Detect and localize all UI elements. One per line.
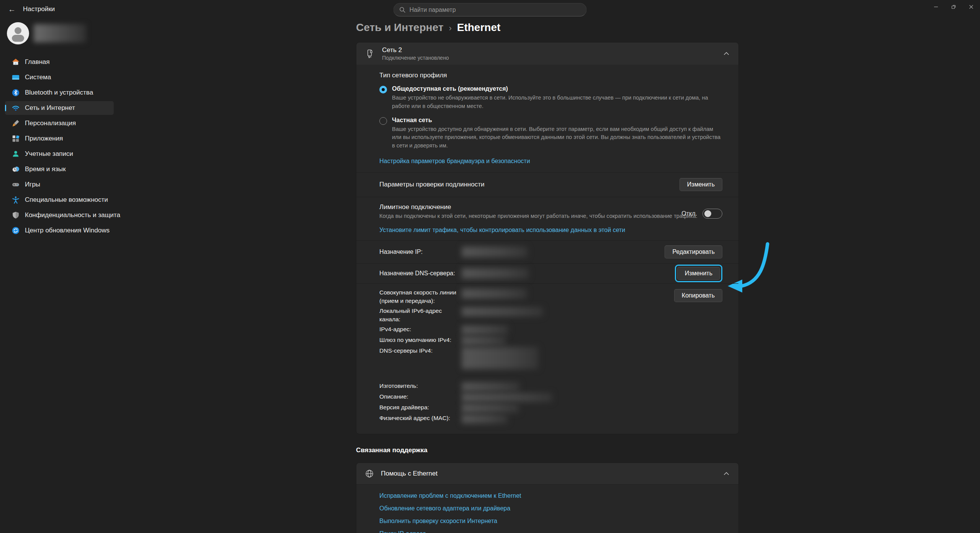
property-row: Изготовитель: bbox=[379, 382, 722, 391]
wifi-icon bbox=[11, 104, 20, 113]
time-language-icon bbox=[11, 165, 20, 174]
support-card: Помощь с Ethernet Исправление проблем с … bbox=[356, 463, 739, 533]
data-limit-link[interactable]: Установите лимит трафика, чтобы контроли… bbox=[379, 227, 625, 234]
accounts-icon bbox=[11, 150, 20, 159]
sidebar-item-games[interactable]: Игры bbox=[5, 178, 114, 191]
support-card-header[interactable]: Помощь с Ethernet bbox=[356, 463, 738, 484]
radio-private-label[interactable]: Частная сеть bbox=[392, 117, 722, 124]
property-value-redacted bbox=[462, 414, 508, 423]
metered-toggle[interactable] bbox=[702, 209, 722, 219]
sidebar-item-accessibility[interactable]: Специальные возможности bbox=[5, 193, 114, 207]
toggle-state-label: Откл. bbox=[681, 210, 697, 217]
network-status: Подключение установлено bbox=[382, 55, 724, 61]
sidebar-item-system[interactable]: Система bbox=[5, 70, 114, 84]
property-row: Совокупная скорость линии (прием и перед… bbox=[379, 288, 722, 306]
property-label: Описание: bbox=[379, 392, 462, 402]
sidebar-item-time-language[interactable]: Время и язык bbox=[5, 162, 114, 176]
property-value-redacted bbox=[462, 393, 552, 402]
property-value-redacted bbox=[462, 336, 506, 345]
support-links: Исправление проблем с подключением к Eth… bbox=[356, 484, 738, 533]
annotation-highlight-ring: Изменить bbox=[675, 265, 722, 282]
sidebar-item-home[interactable]: Главная bbox=[5, 55, 114, 69]
network-profile-section: Тип сетевого профиля Общедоступная сеть … bbox=[356, 65, 738, 172]
sidebar-item-accounts[interactable]: Учетные записи bbox=[5, 147, 114, 161]
breadcrumb-parent[interactable]: Сеть и Интернет bbox=[356, 21, 443, 34]
bluetooth-icon bbox=[11, 88, 20, 97]
sidebar-item-label: Bluetooth и устройства bbox=[25, 89, 93, 96]
dns-assignment-value-redacted bbox=[462, 268, 529, 279]
ethernet-icon bbox=[365, 49, 375, 59]
sidebar-item-label: Игры bbox=[25, 181, 40, 188]
radio-public[interactable] bbox=[379, 86, 387, 93]
back-arrow-icon: ← bbox=[8, 5, 16, 14]
copy-button[interactable]: Копировать bbox=[674, 289, 722, 302]
apps-icon bbox=[11, 134, 20, 143]
sidebar-item-apps[interactable]: Приложения bbox=[5, 132, 114, 146]
network-card-header[interactable]: Сеть 2 Подключение установлено bbox=[356, 43, 738, 65]
breadcrumb-separator: › bbox=[449, 23, 451, 33]
sidebar-item-privacy[interactable]: Конфиденциальность и защита bbox=[5, 208, 114, 222]
property-row: DNS-серверы IPv4: bbox=[379, 347, 722, 369]
sidebar-item-bluetooth[interactable]: Bluetooth и устройства bbox=[5, 86, 114, 100]
ip-assignment-value-redacted bbox=[462, 247, 528, 257]
toggle-knob bbox=[704, 210, 711, 217]
ip-edit-button[interactable]: Редактировать bbox=[665, 245, 722, 258]
support-link-troubleshoot[interactable]: Исправление проблем с подключением к Eth… bbox=[379, 492, 722, 499]
property-label: DNS-серверы IPv4: bbox=[379, 347, 462, 369]
dns-edit-button[interactable]: Изменить bbox=[677, 267, 720, 280]
user-profile[interactable] bbox=[7, 22, 115, 44]
sidebar-item-label: Главная bbox=[25, 58, 50, 66]
profile-section-label: Тип сетевого профиля bbox=[379, 72, 722, 79]
property-label: Шлюз по умолчанию IPv4: bbox=[379, 336, 462, 345]
sidebar-item-label: Приложения bbox=[25, 135, 63, 142]
authentication-edit-button[interactable]: Изменить bbox=[679, 178, 722, 191]
dns-assignment-label: Назначение DNS-сервера: bbox=[379, 270, 462, 277]
sidebar-item-network[interactable]: Сеть и Интернет bbox=[5, 101, 114, 115]
support-link-find-ip[interactable]: Поиск IP-адреса bbox=[379, 530, 722, 533]
system-icon bbox=[11, 73, 20, 82]
authentication-row: Параметры проверки подлинности Изменить bbox=[356, 172, 738, 197]
metered-label: Лимитное подключение bbox=[379, 203, 722, 211]
sidebar-item-windows-update[interactable]: Центр обновления Windows bbox=[5, 224, 114, 237]
metered-description: Когда вы подключены к этой сети, некотор… bbox=[379, 213, 722, 219]
property-value-redacted bbox=[462, 347, 538, 369]
radio-public-description: Ваше устройство не обнаруживается в сети… bbox=[392, 94, 722, 111]
property-row: Шлюз по умолчанию IPv4: bbox=[379, 336, 722, 345]
settings-window: ← Настройки bbox=[0, 0, 980, 533]
sidebar-item-label: Время и язык bbox=[25, 165, 66, 173]
property-label: Совокупная скорость линии (прием и перед… bbox=[379, 288, 462, 306]
back-button[interactable]: ← bbox=[5, 3, 18, 15]
sidebar-item-label: Персонализация bbox=[25, 119, 76, 127]
radio-private[interactable] bbox=[379, 117, 387, 125]
user-name-redacted bbox=[34, 24, 86, 43]
support-link-update-adapter[interactable]: Обновление сетевого адаптера или драйвер… bbox=[379, 505, 722, 512]
support-link-speed-test[interactable]: Выполнить проверку скорости Интернета bbox=[379, 518, 722, 525]
authentication-label: Параметры проверки подлинности bbox=[379, 181, 485, 188]
radio-option-public: Общедоступная сеть (рекомендуется) Ваше … bbox=[379, 85, 722, 111]
network-card: Сеть 2 Подключение установлено Тип сетев… bbox=[356, 42, 739, 434]
property-row: Описание: bbox=[379, 392, 722, 402]
sidebar-item-label: Конфиденциальность и защита bbox=[25, 211, 120, 219]
property-label: Локальный IPv6-адрес канала: bbox=[379, 307, 462, 324]
radio-public-label[interactable]: Общедоступная сеть (рекомендуется) bbox=[392, 85, 722, 92]
firewall-settings-link[interactable]: Настройка параметров брандмауэра и безоп… bbox=[379, 158, 530, 165]
property-label: Физический адрес (MAC): bbox=[379, 414, 462, 423]
accessibility-icon bbox=[11, 196, 20, 204]
home-icon bbox=[11, 58, 20, 67]
ip-assignment-label: Назначение IP: bbox=[379, 249, 462, 255]
property-row: IPv4-адрес: bbox=[379, 325, 722, 335]
property-value-redacted bbox=[462, 307, 543, 316]
support-heading: Связанная поддержка bbox=[356, 446, 739, 454]
brush-icon bbox=[11, 119, 20, 128]
sidebar: Главная Система Bluetooth и устройства bbox=[0, 18, 115, 533]
gamepad-icon bbox=[11, 180, 20, 189]
property-label: Изготовитель: bbox=[379, 382, 462, 391]
shield-icon bbox=[11, 211, 20, 220]
sidebar-item-label: Специальные возможности bbox=[25, 196, 108, 204]
property-row: Физический адрес (MAC): bbox=[379, 414, 722, 423]
avatar bbox=[7, 22, 29, 44]
breadcrumb: Сеть и Интернет › Ethernet bbox=[356, 21, 739, 34]
sidebar-item-personalization[interactable]: Персонализация bbox=[5, 116, 114, 130]
property-label: Версия драйвера: bbox=[379, 403, 462, 413]
page-title: Ethernet bbox=[457, 21, 501, 34]
